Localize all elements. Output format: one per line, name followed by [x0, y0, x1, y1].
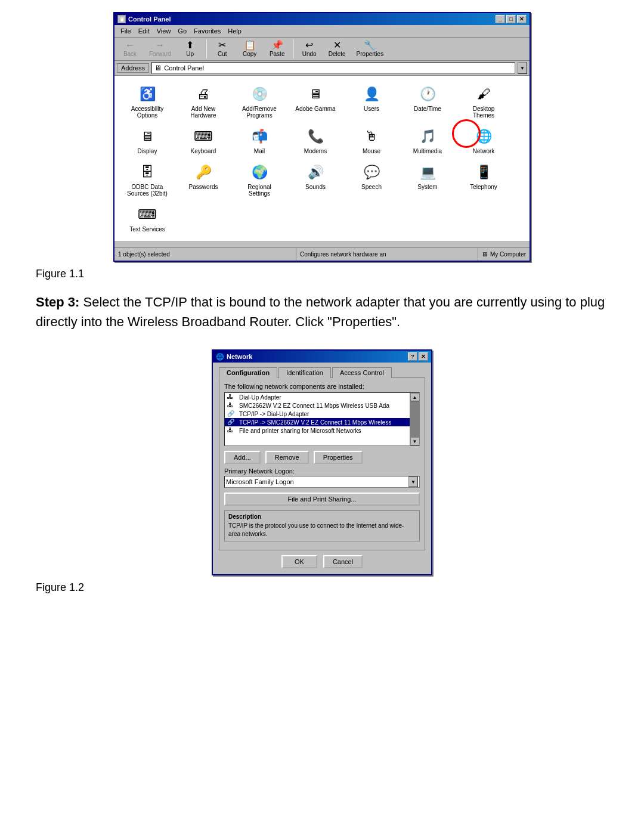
add-remove-programs-icon[interactable]: 💿 Add/RemovePrograms — [233, 82, 286, 122]
multimedia-icon[interactable]: 🎵 Multimedia — [401, 124, 454, 157]
undo-button[interactable]: ↩ Undo — [296, 39, 323, 58]
menu-view[interactable]: View — [153, 26, 175, 36]
properties-button[interactable]: 🔧 Properties — [352, 39, 389, 58]
date-time-icon-img: 🕐 — [418, 85, 437, 104]
system-label: System — [417, 184, 437, 190]
accessibility-label: AccessibilityOptions — [131, 106, 163, 119]
network-dialog: 🌐 Network ? ✕ Configuration Identificati… — [212, 349, 432, 575]
regional-settings-icon[interactable]: 🌍 RegionalSettings — [233, 160, 286, 200]
menu-edit[interactable]: Edit — [135, 26, 153, 36]
primary-logon-combo[interactable]: Microsoft Family Logon ▼ — [224, 476, 420, 488]
cancel-button[interactable]: Cancel — [323, 555, 363, 568]
text-services-icon-img: ⌨ — [138, 205, 157, 224]
modems-icon-img: 📞 — [306, 127, 325, 146]
odbc-icon[interactable]: 🗄 ODBC DataSources (32bit) — [120, 160, 174, 200]
mouse-icon[interactable]: 🖱 Mouse — [345, 124, 398, 157]
dialog-close-button[interactable]: ✕ — [419, 352, 428, 361]
sounds-label: Sounds — [305, 184, 326, 190]
titlebar: 🖥 Control Panel _ □ ✕ — [114, 13, 530, 25]
menu-help[interactable]: Help — [224, 26, 245, 36]
scroll-up-arrow[interactable]: ▲ — [410, 393, 420, 401]
paste-icon: 📌 — [271, 41, 283, 50]
modems-icon[interactable]: 📞 Modems — [289, 124, 342, 157]
delete-icon: ✕ — [333, 41, 341, 50]
tab-access-control[interactable]: Access Control — [332, 367, 392, 378]
keyboard-label: Keyboard — [191, 148, 216, 154]
add-remove-label: Add/RemovePrograms — [242, 106, 277, 119]
list-item-dialup[interactable]: 🖧 Dial-Up Adapter — [225, 393, 419, 401]
properties-icon: 🔧 — [364, 41, 376, 50]
adobe-gamma-label: Adobe Gamma — [295, 106, 335, 112]
cut-label: Cut — [218, 51, 227, 57]
display-icon[interactable]: 🖥 Display — [120, 124, 174, 157]
mail-icon-img: 📬 — [250, 127, 269, 146]
list-item-smc[interactable]: 🖧 SMC2662W V.2 EZ Connect 11 Mbps Wirele… — [225, 401, 419, 410]
date-time-icon[interactable]: 🕐 Date/Time — [401, 82, 454, 122]
mail-icon[interactable]: 📬 Mail — [233, 124, 286, 157]
display-label: Display — [138, 148, 157, 154]
accessibility-options-icon[interactable]: ♿ AccessibilityOptions — [120, 82, 174, 122]
menu-favorites[interactable]: Favorites — [190, 26, 224, 36]
copy-button[interactable]: 📋 Copy — [237, 39, 263, 58]
copy-icon: 📋 — [244, 41, 256, 50]
dialog-body: Configuration Identification Access Cont… — [213, 363, 431, 574]
forward-icon: → — [155, 41, 165, 50]
network-icon[interactable]: 🌐 Network — [457, 124, 510, 157]
forward-button[interactable]: → Forward — [144, 39, 176, 58]
combo-dropdown-arrow[interactable]: ▼ — [408, 476, 418, 487]
description-group: Description TCP/IP is the protocol you u… — [224, 510, 420, 541]
list-item-tcpip-dialup[interactable]: 🔗 TCP/IP -> Dial-Up Adapter — [225, 410, 419, 418]
close-button[interactable]: ✕ — [517, 15, 527, 23]
minimize-button[interactable]: _ — [496, 15, 505, 23]
telephony-label: Telephony — [470, 184, 497, 190]
tcpip-smc-text: TCP/IP -> SMC2662W V.2 EZ Connect 11 Mbp… — [239, 419, 391, 426]
speech-icon[interactable]: 💬 Speech — [345, 160, 398, 200]
telephony-icon[interactable]: 📱 Telephony — [457, 160, 510, 200]
dialog-help-button[interactable]: ? — [408, 352, 417, 361]
date-time-label: Date/Time — [414, 106, 441, 112]
undo-label: Undo — [302, 51, 317, 57]
system-icon[interactable]: 💻 System — [401, 160, 454, 200]
list-item-filesharing[interactable]: 🖧 File and printer sharing for Microsoft… — [225, 426, 419, 435]
mail-label: Mail — [254, 148, 265, 154]
up-button[interactable]: ⬆ Up — [177, 39, 203, 58]
paste-button[interactable]: 📌 Paste — [264, 39, 290, 58]
adobe-gamma-icon[interactable]: 🖥 Adobe Gamma — [289, 82, 342, 122]
list-item-tcpip-smc[interactable]: 🔗 TCP/IP -> SMC2662W V.2 EZ Connect 11 M… — [225, 418, 419, 426]
add-new-hardware-icon[interactable]: 🖨 Add NewHardware — [177, 82, 230, 122]
copy-label: Copy — [243, 51, 256, 57]
add-remove-icon-img: 💿 — [250, 85, 269, 104]
remove-button[interactable]: Remove — [265, 451, 309, 464]
add-button[interactable]: Add... — [224, 451, 261, 464]
address-dropdown-arrow[interactable]: ▼ — [518, 62, 527, 74]
cut-button[interactable]: ✂ Cut — [209, 39, 236, 58]
desktop-themes-icon[interactable]: 🖌 DesktopThemes — [457, 82, 510, 122]
properties-button-dialog[interactable]: Properties — [314, 451, 363, 464]
dialog-title-buttons: ? ✕ — [408, 352, 428, 361]
address-input[interactable]: 🖥 Control Panel — [151, 62, 515, 74]
primary-logon-label: Primary Network Logon: — [224, 467, 420, 475]
delete-button[interactable]: ✕ Delete — [324, 39, 351, 58]
menu-go[interactable]: Go — [174, 26, 190, 36]
telephony-icon-img: 📱 — [474, 163, 493, 182]
menu-file[interactable]: File — [117, 26, 135, 36]
maximize-button[interactable]: □ — [506, 15, 516, 23]
text-services-icon[interactable]: ⌨ Text Services — [120, 202, 174, 236]
tab-identification[interactable]: Identification — [278, 367, 331, 378]
listbox-scrollbar[interactable]: ▲ ▼ — [410, 393, 419, 445]
tab-configuration[interactable]: Configuration — [219, 367, 277, 378]
filesharing-text: File and printer sharing for Microsoft N… — [239, 428, 361, 434]
paste-label: Paste — [270, 51, 285, 57]
scroll-down-arrow[interactable]: ▼ — [410, 437, 420, 445]
sounds-icon[interactable]: 🔊 Sounds — [289, 160, 342, 200]
users-icon[interactable]: 👤 Users — [345, 82, 398, 122]
keyboard-icon[interactable]: ⌨ Keyboard — [177, 124, 230, 157]
toolbar: ← Back → Forward ⬆ Up ✂ Cut 📋 Copy 📌 Pas… — [114, 38, 530, 61]
horizontal-scrollbar[interactable] — [114, 241, 530, 247]
ok-button[interactable]: OK — [281, 555, 317, 568]
passwords-icon[interactable]: 🔑 Passwords — [177, 160, 230, 200]
scroll-track[interactable] — [410, 401, 419, 437]
file-print-sharing-button[interactable]: File and Print Sharing... — [224, 493, 420, 506]
network-components-listbox[interactable]: 🖧 Dial-Up Adapter 🖧 SMC2662W V.2 EZ Conn… — [224, 392, 420, 446]
back-button[interactable]: ← Back — [117, 39, 143, 58]
